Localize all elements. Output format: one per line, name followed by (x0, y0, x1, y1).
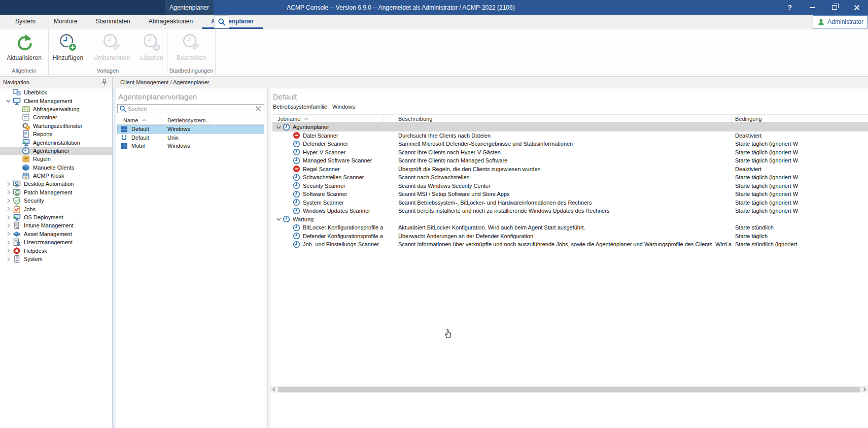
menu-search-button[interactable] (214, 15, 229, 28)
sidebar-item-acmp-kiosk[interactable]: ACMP Kiosk (0, 172, 112, 180)
sidebar-item-os-deployment[interactable]: OS Deployment (0, 213, 112, 221)
template-row[interactable]: Default Windows (117, 125, 264, 134)
kiosk-icon (22, 172, 30, 180)
template-row[interactable]: Mobil Windows (117, 142, 264, 150)
scroll-right-arrow[interactable] (861, 386, 868, 392)
pin-icon[interactable] (100, 78, 108, 86)
menu-tab-stammdaten[interactable]: Stammdaten (87, 15, 140, 29)
rules-icon (22, 155, 30, 163)
sidebar-item-desktop-automation[interactable]: Desktop Automation (0, 180, 112, 188)
scrollbar-thumb[interactable] (278, 387, 860, 392)
sidebar-item-manuelle-clients[interactable]: Manuelle Clients (0, 163, 112, 172)
helpdesk-icon (13, 247, 21, 255)
sidebar-item-jobs[interactable]: Jobs (0, 205, 112, 213)
close-icon (854, 5, 860, 11)
job-row[interactable]: Hyper-V Scanner Scannt Ihre Clients nach… (272, 148, 868, 157)
chevron-right-icon[interactable] (5, 239, 13, 246)
job-description: Überwacht Änderungen an der Defender Kon… (383, 233, 732, 239)
chevron-right-icon[interactable] (5, 256, 13, 262)
sidebar-item-container[interactable]: Container (0, 113, 112, 121)
sidebar-item-wartungszeitfenster[interactable]: Wartungszeitfenster (0, 122, 112, 130)
security-icon (13, 196, 21, 205)
job-row[interactable]: Defender Konfigurationsprofile a... Über… (272, 232, 868, 241)
restore-button[interactable] (823, 0, 846, 15)
templates-search-input[interactable]: Suchen (117, 104, 264, 113)
job-row[interactable]: Managed Software Scanner Scannt Ihre Cli… (272, 156, 868, 165)
sidebar-item-regeln[interactable]: Regeln (0, 155, 112, 163)
horizontal-scrollbar[interactable] (270, 386, 868, 392)
job-description: Scannt Betriebssystem-, BitLocker- und H… (383, 200, 732, 206)
scheduler-clock-icon (293, 182, 300, 189)
column-header-description[interactable]: Beschreibung (383, 115, 732, 122)
sidebar-item-intune-management[interactable]: Intune Management (0, 221, 112, 229)
job-group-row[interactable]: Wartung (272, 215, 868, 224)
query-management-icon (22, 105, 30, 113)
clear-search-icon[interactable] (255, 105, 262, 112)
sidebar-item-agentenplaner[interactable]: Agentenplaner (0, 147, 112, 155)
job-description: Sammelt Microsoft Defender-Scanergebniss… (383, 141, 732, 147)
job-name: Datei Scanner (303, 133, 338, 139)
sidebar-item-client-management[interactable]: Client Management (0, 96, 112, 105)
column-header-os[interactable]: Betriebssystem... (161, 116, 210, 124)
job-row[interactable]: BitLocker Konfigurationsprofile ak... Ak… (272, 223, 868, 232)
job-name: Security Scanner (303, 183, 345, 189)
minimize-button[interactable] (801, 0, 823, 15)
job-row[interactable]: Job- und Einstellungs-Scanner Scannt Inf… (272, 240, 868, 249)
sidebar-item-asset-management[interactable]: Asset Management (0, 230, 112, 238)
close-button[interactable] (846, 0, 868, 15)
clock-edit-icon (101, 33, 122, 52)
chevron-down-icon[interactable] (5, 97, 13, 104)
sidebar-item-abfrageverwaltung[interactable]: Abfrageverwaltung (0, 105, 112, 113)
sidebar-item-reports[interactable]: Reports (0, 130, 112, 138)
detail-title: Default (273, 92, 297, 101)
template-row[interactable]: UDefault Unix (117, 134, 264, 142)
chevron-right-icon[interactable] (5, 231, 13, 237)
column-header-condition[interactable]: Bedingung (732, 115, 868, 122)
job-group-name: Wartung (293, 216, 314, 222)
clock-delete-icon (142, 33, 162, 52)
job-row[interactable]: Software Scanner Scannt MSI / Setup Soft… (272, 190, 868, 199)
job-row[interactable]: Security Scanner Scannt das Windows Secu… (272, 182, 868, 190)
job-group-row[interactable]: Agentenplaner (272, 123, 868, 131)
sidebar-item-lizenzmanagement[interactable]: Lizenzmanagement (0, 238, 112, 246)
menu-tab-system[interactable]: System (6, 15, 45, 29)
job-row[interactable]: Schwachstellen Scanner Scannt nach Schwa… (272, 173, 868, 182)
navigation-title: Navigation (3, 79, 29, 85)
menu-tab-abfrageaktionen[interactable]: Abfrageaktionen (140, 15, 202, 29)
sidebar-item-patch-management[interactable]: Patch Management (0, 188, 112, 196)
chevron-right-icon[interactable] (5, 197, 13, 204)
job-row[interactable]: Datei Scanner Durchsucht Ihre Clients na… (272, 131, 868, 140)
menu-tab-agentenplaner[interactable]: Agentenplaner (202, 15, 263, 29)
sort-asc-icon (303, 116, 309, 122)
menu-tab-monitore[interactable]: Monitore (45, 15, 87, 29)
chevron-right-icon[interactable] (5, 181, 13, 187)
scheduler-clock-icon (283, 123, 290, 131)
sidebar-item--berblick[interactable]: Überblick (0, 88, 112, 96)
job-condition: Starte täglich (ignoriert W (732, 149, 868, 155)
chevron-down-icon[interactable] (275, 124, 283, 130)
windows-icon (120, 125, 128, 133)
ribbon-button-aktualisieren[interactable]: Aktualisieren (3, 32, 46, 61)
sidebar-item-system[interactable]: System (0, 255, 112, 263)
chevron-right-icon[interactable] (5, 189, 13, 195)
user-badge[interactable]: Administrator (813, 15, 868, 28)
job-row[interactable]: Defender Scanner Sammelt Microsoft Defen… (272, 140, 868, 148)
job-row[interactable]: Regel Scanner Überprüft die Regeln, die … (272, 165, 868, 174)
job-row[interactable]: Windows Updates Scanner Scannt bereits i… (272, 207, 868, 215)
help-button[interactable]: ? (779, 0, 801, 15)
chevron-down-icon[interactable] (275, 216, 283, 222)
sidebar-item-agenteninstallation[interactable]: Agenteninstallation (0, 138, 112, 146)
chevron-right-icon[interactable] (5, 206, 13, 212)
sidebar-item-helpdesk[interactable]: Helpdesk (0, 246, 112, 254)
ribbon-button-hinzufügen[interactable]: Hinzufügen (48, 32, 87, 61)
column-header-name[interactable]: Name (117, 116, 161, 124)
jobs-table-header: Jobname Beschreibung Bedingung (272, 114, 868, 123)
chevron-right-icon[interactable] (5, 222, 13, 229)
sort-asc-icon (141, 117, 147, 123)
job-row[interactable]: System Scanner Scannt Betriebssystem-, B… (272, 199, 868, 207)
column-header-jobname[interactable]: Jobname (272, 115, 383, 122)
chevron-right-icon[interactable] (5, 214, 13, 221)
chevron-right-icon[interactable] (5, 247, 13, 254)
scroll-left-arrow[interactable] (270, 386, 277, 392)
sidebar-item-security[interactable]: Security (0, 196, 112, 205)
